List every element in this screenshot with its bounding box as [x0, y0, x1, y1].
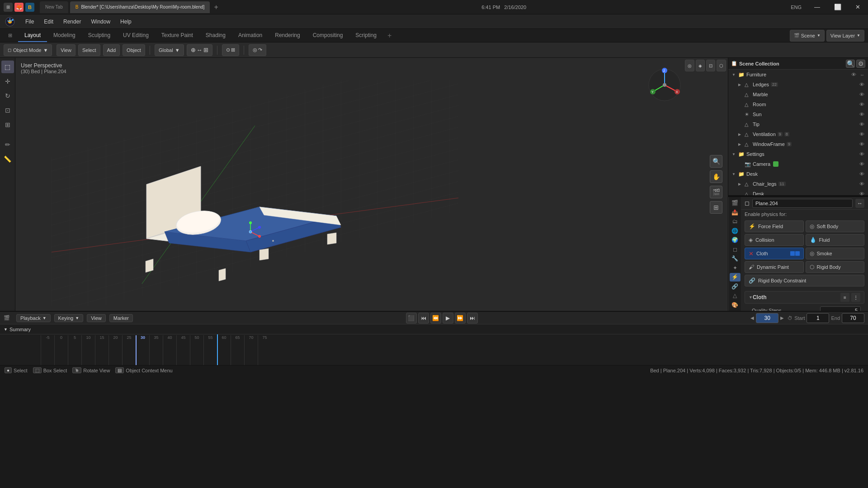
data-props-icon[interactable]: △ [730, 291, 741, 300]
menu-render[interactable]: Render [59, 17, 85, 27]
collision-btn[interactable]: ◈ Collision [745, 234, 804, 246]
view-btn[interactable]: View [57, 44, 75, 56]
menu-edit[interactable]: Edit [39, 17, 58, 27]
outliner-camera[interactable]: 📷 Camera 👁 [735, 159, 868, 169]
marker-btn[interactable]: Marker [109, 314, 133, 322]
grid-btn[interactable]: ⊞ [710, 201, 722, 214]
outliner-sun[interactable]: ☀ Sun 👁 [735, 109, 868, 119]
summary-toggle[interactable]: ▼ Summary [4, 327, 31, 332]
particles-props-icon[interactable]: ✦ [730, 264, 741, 272]
mode-dropdown[interactable]: ◻ Object Mode ▼ [4, 44, 52, 56]
render-props-icon[interactable]: 🎬 [730, 199, 741, 207]
start-frame-input[interactable]: 1 [807, 313, 829, 323]
outliner-chair-legs[interactable]: ▶ △ Chair_legs 11 👁 [735, 179, 868, 189]
stop-btn[interactable]: ⬛ [406, 313, 417, 324]
end-frame-input[interactable]: 70 [842, 313, 864, 323]
menu-window[interactable]: Window [86, 17, 115, 27]
tab-modeling[interactable]: Modeling [47, 29, 82, 42]
next-frame-btn[interactable]: ⏩ [455, 313, 466, 324]
tab-rendering[interactable]: Rendering [269, 29, 306, 42]
select-btn[interactable]: Select [78, 44, 100, 56]
jump-start-btn[interactable]: ⏮ [418, 313, 429, 324]
zoom-in-btn[interactable]: 🔍 [710, 155, 722, 168]
tab-sculpting[interactable]: Sculpting [82, 29, 117, 42]
outliner-tip[interactable]: △ Tip 👁 [735, 119, 868, 129]
viewport[interactable]: User Perspective (30) Bed | Plane.204 [15, 58, 728, 311]
rotate-tool[interactable]: ↻ [1, 89, 14, 102]
jump-end-btn[interactable]: ⏭ [467, 313, 478, 324]
browser-tab-inactive[interactable]: New Tab [40, 1, 68, 13]
keying-btn[interactable]: Keying ▼ [54, 314, 84, 322]
rigid-body-constraint-btn[interactable]: 🔗 Rigid Body Constraint [745, 275, 864, 286]
minimize-btn[interactable]: — [807, 0, 827, 14]
tab-compositing[interactable]: Compositing [307, 29, 349, 42]
mode-selector[interactable]: ⊞ [4, 29, 16, 42]
move-tool[interactable]: ✛ [1, 75, 14, 88]
cloth-section-header[interactable]: ▼ Cloth ≡ ⋮ [745, 291, 864, 304]
force-field-btn[interactable]: ⚡ Force Field [745, 221, 804, 232]
new-tab-btn[interactable]: + [212, 3, 221, 12]
outliner-furniture[interactable]: ▼ 📁 Furniture 👁 ↔ [728, 70, 868, 80]
tab-texture-paint[interactable]: Texture Paint [155, 29, 199, 42]
world-props-icon[interactable]: 🌍 [730, 236, 741, 244]
tab-shading[interactable]: Shading [199, 29, 232, 42]
physics-props-icon[interactable]: ⚡ [730, 273, 741, 282]
close-btn[interactable]: ✕ [848, 0, 868, 14]
quality-steps-input[interactable]: 5 [820, 306, 861, 311]
transform-icons[interactable]: ⊕ ↔ ⊞ [187, 44, 212, 56]
tab-layout[interactable]: Layout [18, 29, 47, 42]
outliner-settings[interactable]: ▼ 📁 Settings 👁 [728, 149, 868, 159]
proportional-editing[interactable]: ◎↷ [249, 44, 266, 56]
menu-help[interactable]: Help [116, 17, 136, 27]
object-props-icon[interactable]: ◻ [730, 245, 741, 254]
viewport-overlay[interactable]: ⊡ [706, 60, 715, 71]
timeline-track-area[interactable]: -5 0 5 10 15 20 25 30 35 40 45 50 55 60 … [0, 334, 868, 365]
rigid-body-btn[interactable]: ⬡ Rigid Body [806, 261, 865, 273]
blender-icon[interactable]: B [25, 3, 34, 12]
measure-tool[interactable]: 📏 [1, 153, 14, 165]
outliner-ventilation[interactable]: ▶ △ Ventilation 9 8 👁 [735, 129, 868, 139]
modifier-props-icon[interactable]: 🔧 [730, 254, 741, 263]
annotate-tool[interactable]: ✏ [1, 138, 14, 151]
viewport-shading[interactable]: ◈ [696, 60, 705, 71]
scene-props-icon[interactable]: 🌐 [730, 227, 741, 235]
playback-btn[interactable]: Playback ▼ [16, 314, 51, 322]
view-tl-btn[interactable]: View [87, 314, 106, 322]
tab-animation[interactable]: Animation [232, 29, 269, 42]
object-name-input[interactable]: Plane.204 [752, 199, 853, 208]
view-layer-props-icon[interactable]: 🗂 [730, 217, 741, 226]
render-mode-btn[interactable]: ◎ [685, 60, 694, 71]
prev-frame-btn[interactable]: ⏪ [430, 313, 441, 324]
outliner-filter[interactable]: 🔍 [846, 60, 855, 68]
scene-selector[interactable]: 🎬 Scene ▼ [790, 30, 825, 42]
snap-options[interactable]: ⊙⊞ [222, 44, 239, 56]
xray-toggle[interactable]: ⬡ [717, 60, 726, 71]
outliner-ledges[interactable]: ▶ △ Ledges 22 👁 [735, 80, 868, 89]
dynamic-paint-btn[interactable]: 🖌 Dynamic Paint [745, 261, 804, 273]
soft-body-btn[interactable]: ◎ Soft Body [806, 221, 865, 232]
play-btn[interactable]: ▶ [443, 313, 453, 324]
cloth-list-btn[interactable]: ≡ [840, 293, 849, 302]
object-btn[interactable]: Object [123, 44, 145, 56]
maximize-btn[interactable]: ⬜ [827, 0, 848, 14]
tab-scripting[interactable]: Scripting [349, 29, 383, 42]
add-workspace-btn[interactable]: + [383, 32, 396, 40]
pan-btn[interactable]: ✋ [710, 170, 722, 183]
scale-tool[interactable]: ⊡ [1, 104, 14, 117]
outliner-room[interactable]: △ Room 👁 [735, 99, 868, 109]
outliner-desk[interactable]: ▼ 📁 Desk 👁 [728, 169, 868, 179]
menu-file[interactable]: File [21, 17, 38, 27]
outliner-desk-item[interactable]: △ Desk 👁 [735, 189, 868, 196]
object-icon-btn[interactable]: ↔ [855, 199, 864, 208]
view-layer-selector[interactable]: View Layer ▼ [826, 30, 864, 42]
add-btn[interactable]: Add [103, 44, 120, 56]
transform-selector[interactable]: Global ▼ [155, 44, 184, 56]
windows-icon[interactable]: ⊞ [4, 3, 13, 12]
outliner-marble[interactable]: △ Marble 👁 [735, 89, 868, 99]
outliner-settings[interactable]: ⚙ [856, 60, 865, 68]
tab-uv-editing[interactable]: UV Editing [117, 29, 155, 42]
cloth-menu-btn[interactable]: ⋮ [851, 293, 860, 302]
camera-btn[interactable]: 🎬 [710, 186, 722, 198]
browser-icon[interactable]: 🦊 [14, 3, 24, 12]
constraints-props-icon[interactable]: 🔗 [730, 282, 741, 291]
